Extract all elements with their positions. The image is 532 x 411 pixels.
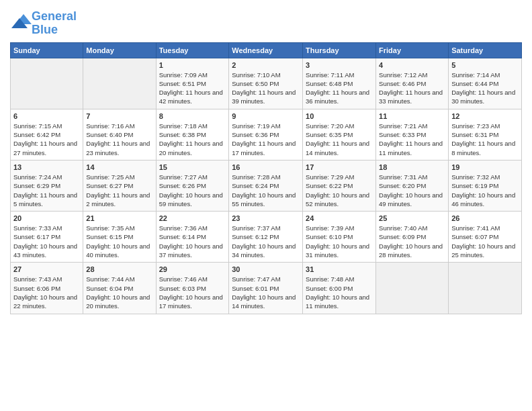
day-info: Sunrise: 7:29 AMSunset: 6:22 PMDaylight:… <box>306 173 373 208</box>
calendar-cell: 29Sunrise: 7:46 AMSunset: 6:03 PMDayligh… <box>156 263 229 314</box>
calendar-cell: 30Sunrise: 7:47 AMSunset: 6:01 PMDayligh… <box>229 263 303 314</box>
day-number: 30 <box>232 265 300 273</box>
week-row-1: 1Sunrise: 7:09 AMSunset: 6:51 PMDaylight… <box>11 58 522 109</box>
day-number: 26 <box>451 214 519 222</box>
calendar-cell: 10Sunrise: 7:20 AMSunset: 6:35 PMDayligh… <box>303 109 376 160</box>
day-info: Sunrise: 7:36 AMSunset: 6:14 PMDaylight:… <box>159 224 226 259</box>
calendar-cell: 18Sunrise: 7:31 AMSunset: 6:20 PMDayligh… <box>376 160 449 211</box>
day-info: Sunrise: 7:47 AMSunset: 6:01 PMDaylight:… <box>232 275 300 310</box>
day-number: 17 <box>306 163 373 171</box>
day-number: 6 <box>13 112 80 120</box>
day-info: Sunrise: 7:32 AMSunset: 6:19 PMDaylight:… <box>451 173 519 208</box>
weekday-sunday: Sunday <box>11 42 83 58</box>
day-number: 7 <box>86 112 152 120</box>
day-info: Sunrise: 7:31 AMSunset: 6:20 PMDaylight:… <box>379 173 445 208</box>
weekday-saturday: Saturday <box>449 42 522 58</box>
weekday-tuesday: Tuesday <box>156 42 229 58</box>
logo-text: General Blue <box>32 10 77 37</box>
calendar-cell: 11Sunrise: 7:21 AMSunset: 6:33 PMDayligh… <box>376 109 449 160</box>
logo: General Blue <box>10 10 77 37</box>
day-info: Sunrise: 7:21 AMSunset: 6:33 PMDaylight:… <box>379 122 445 157</box>
calendar-cell: 27Sunrise: 7:43 AMSunset: 6:06 PMDayligh… <box>11 263 83 314</box>
day-number: 10 <box>306 112 373 120</box>
calendar-cell <box>376 263 449 314</box>
calendar-cell <box>83 58 156 109</box>
day-number: 11 <box>379 112 445 120</box>
day-number: 1 <box>159 61 226 69</box>
calendar-cell: 26Sunrise: 7:41 AMSunset: 6:07 PMDayligh… <box>449 212 522 263</box>
day-info: Sunrise: 7:37 AMSunset: 6:12 PMDaylight:… <box>232 224 300 259</box>
calendar-cell: 17Sunrise: 7:29 AMSunset: 6:22 PMDayligh… <box>303 160 376 211</box>
calendar-cell: 4Sunrise: 7:12 AMSunset: 6:46 PMDaylight… <box>376 58 449 109</box>
day-number: 22 <box>159 214 226 222</box>
day-info: Sunrise: 7:15 AMSunset: 6:42 PMDaylight:… <box>13 122 80 157</box>
day-info: Sunrise: 7:27 AMSunset: 6:26 PMDaylight:… <box>159 173 226 208</box>
weekday-wednesday: Wednesday <box>229 42 303 58</box>
day-info: Sunrise: 7:43 AMSunset: 6:06 PMDaylight:… <box>13 275 80 310</box>
day-number: 9 <box>232 112 300 120</box>
day-number: 28 <box>86 265 152 273</box>
day-info: Sunrise: 7:11 AMSunset: 6:48 PMDaylight:… <box>306 71 373 106</box>
day-info: Sunrise: 7:44 AMSunset: 6:04 PMDaylight:… <box>86 275 152 310</box>
calendar-cell: 1Sunrise: 7:09 AMSunset: 6:51 PMDaylight… <box>156 58 229 109</box>
day-number: 23 <box>232 214 300 222</box>
day-info: Sunrise: 7:20 AMSunset: 6:35 PMDaylight:… <box>306 122 373 157</box>
calendar-cell: 5Sunrise: 7:14 AMSunset: 6:44 PMDaylight… <box>449 58 522 109</box>
day-info: Sunrise: 7:10 AMSunset: 6:50 PMDaylight:… <box>232 71 300 106</box>
calendar-cell: 12Sunrise: 7:23 AMSunset: 6:31 PMDayligh… <box>449 109 522 160</box>
calendar-cell <box>11 58 83 109</box>
logo-icon <box>11 12 32 32</box>
weekday-friday: Friday <box>376 42 449 58</box>
logo-general: General <box>32 9 77 23</box>
calendar-cell: 28Sunrise: 7:44 AMSunset: 6:04 PMDayligh… <box>83 263 156 314</box>
calendar-cell: 8Sunrise: 7:18 AMSunset: 6:38 PMDaylight… <box>156 109 229 160</box>
week-row-5: 27Sunrise: 7:43 AMSunset: 6:06 PMDayligh… <box>11 263 522 314</box>
day-number: 25 <box>379 214 445 222</box>
logo-blue: Blue <box>32 23 58 36</box>
day-number: 3 <box>306 61 373 69</box>
day-number: 16 <box>232 163 300 171</box>
calendar-cell: 14Sunrise: 7:25 AMSunset: 6:27 PMDayligh… <box>83 160 156 211</box>
calendar-cell: 19Sunrise: 7:32 AMSunset: 6:19 PMDayligh… <box>449 160 522 211</box>
day-info: Sunrise: 7:33 AMSunset: 6:17 PMDaylight:… <box>13 224 80 259</box>
day-info: Sunrise: 7:19 AMSunset: 6:36 PMDaylight:… <box>232 122 300 157</box>
calendar-cell: 22Sunrise: 7:36 AMSunset: 6:14 PMDayligh… <box>156 212 229 263</box>
calendar-cell: 6Sunrise: 7:15 AMSunset: 6:42 PMDaylight… <box>11 109 83 160</box>
calendar-cell: 15Sunrise: 7:27 AMSunset: 6:26 PMDayligh… <box>156 160 229 211</box>
week-row-3: 13Sunrise: 7:24 AMSunset: 6:29 PMDayligh… <box>11 160 522 211</box>
day-info: Sunrise: 7:35 AMSunset: 6:15 PMDaylight:… <box>86 224 152 259</box>
day-info: Sunrise: 7:40 AMSunset: 6:09 PMDaylight:… <box>379 224 445 259</box>
day-number: 12 <box>451 112 519 120</box>
day-number: 15 <box>159 163 226 171</box>
calendar-cell: 2Sunrise: 7:10 AMSunset: 6:50 PMDaylight… <box>229 58 303 109</box>
week-row-2: 6Sunrise: 7:15 AMSunset: 6:42 PMDaylight… <box>11 109 522 160</box>
day-number: 4 <box>379 61 445 69</box>
weekday-thursday: Thursday <box>303 42 376 58</box>
day-number: 27 <box>13 265 80 273</box>
day-number: 8 <box>159 112 226 120</box>
calendar-cell: 20Sunrise: 7:33 AMSunset: 6:17 PMDayligh… <box>11 212 83 263</box>
day-info: Sunrise: 7:46 AMSunset: 6:03 PMDaylight:… <box>159 275 226 310</box>
day-number: 24 <box>306 214 373 222</box>
day-info: Sunrise: 7:25 AMSunset: 6:27 PMDaylight:… <box>86 173 152 208</box>
day-info: Sunrise: 7:41 AMSunset: 6:07 PMDaylight:… <box>451 224 519 259</box>
day-number: 13 <box>13 163 80 171</box>
calendar-cell: 3Sunrise: 7:11 AMSunset: 6:48 PMDaylight… <box>303 58 376 109</box>
day-number: 14 <box>86 163 152 171</box>
day-info: Sunrise: 7:14 AMSunset: 6:44 PMDaylight:… <box>451 71 519 106</box>
calendar-cell: 25Sunrise: 7:40 AMSunset: 6:09 PMDayligh… <box>376 212 449 263</box>
day-number: 19 <box>451 163 519 171</box>
calendar-table: SundayMondayTuesdayWednesdayThursdayFrid… <box>10 42 522 314</box>
day-number: 21 <box>86 214 152 222</box>
day-info: Sunrise: 7:23 AMSunset: 6:31 PMDaylight:… <box>451 122 519 157</box>
day-info: Sunrise: 7:18 AMSunset: 6:38 PMDaylight:… <box>159 122 226 157</box>
day-number: 5 <box>451 61 519 69</box>
calendar-cell: 24Sunrise: 7:39 AMSunset: 6:10 PMDayligh… <box>303 212 376 263</box>
day-info: Sunrise: 7:28 AMSunset: 6:24 PMDaylight:… <box>232 173 300 208</box>
calendar-cell: 23Sunrise: 7:37 AMSunset: 6:12 PMDayligh… <box>229 212 303 263</box>
day-number: 31 <box>306 265 373 273</box>
day-info: Sunrise: 7:24 AMSunset: 6:29 PMDaylight:… <box>13 173 80 208</box>
calendar-cell: 13Sunrise: 7:24 AMSunset: 6:29 PMDayligh… <box>11 160 83 211</box>
day-number: 29 <box>159 265 226 273</box>
weekday-header-row: SundayMondayTuesdayWednesdayThursdayFrid… <box>11 42 522 58</box>
